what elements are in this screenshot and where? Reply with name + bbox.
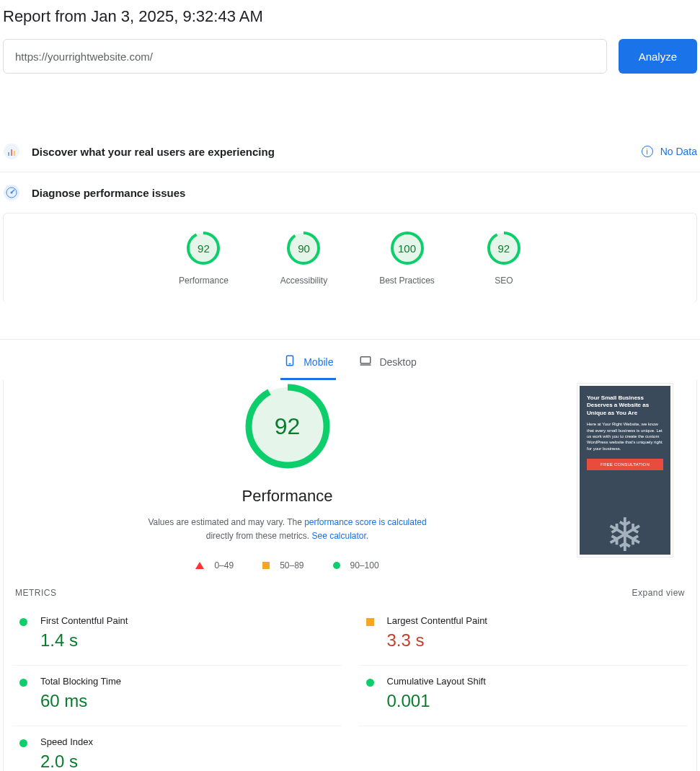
snowflake-icon: ❄	[606, 508, 644, 555]
metric-name: Cumulative Layout Shift	[387, 676, 486, 687]
tab-desktop-label: Desktop	[379, 356, 416, 368]
metrics-label: METRICS	[15, 588, 57, 598]
performance-desc: Values are estimated and may vary. The p…	[136, 516, 439, 543]
svg-rect-1	[8, 152, 9, 156]
gauge-seo[interactable]: 92 SEO	[487, 231, 521, 286]
device-tabs: Mobile Desktop	[0, 339, 700, 380]
svg-rect-2	[11, 149, 12, 156]
gauge-score: 92	[198, 242, 210, 255]
metric-largest-contentful-paint: Largest Contentful Paint 3.3 s	[359, 605, 688, 666]
square-icon	[262, 562, 270, 569]
calculator-link[interactable]: See calculator.	[311, 531, 368, 541]
gauge-accessibility[interactable]: 90 Accessibility	[280, 231, 327, 286]
svg-rect-18	[361, 357, 371, 364]
discover-icon	[3, 143, 20, 160]
status-dot	[19, 618, 27, 626]
info-icon: i	[642, 146, 653, 157]
tab-mobile-label: Mobile	[304, 356, 333, 368]
discover-section: Discover what your real users are experi…	[0, 131, 700, 172]
metric-value: 1.4 s	[40, 630, 128, 651]
gauge-score: 90	[298, 242, 310, 255]
diagnose-icon	[3, 184, 20, 201]
gauge-label: SEO	[495, 276, 513, 286]
gauge-label: Accessibility	[280, 276, 327, 286]
performance-score: 92	[275, 413, 301, 440]
status-dot	[366, 618, 374, 626]
metric-first-contentful-paint: First Contentful Paint 1.4 s	[12, 605, 342, 666]
lighthouse-summary: 92 Performance 90 Accessibility 100 Best…	[3, 213, 697, 303]
expand-view-link[interactable]: Expand view	[632, 588, 685, 598]
thumb-cta: FREE CONSULTATION	[587, 459, 663, 470]
metric-value: 0.001	[387, 691, 486, 711]
performance-detail: 92 Performance Values are estimated and …	[3, 380, 697, 771]
mobile-icon	[283, 354, 296, 369]
diagnose-title: Diagnose performance issues	[32, 187, 185, 199]
triangle-icon	[195, 562, 204, 569]
gauge-score: 100	[398, 242, 416, 255]
metric-total-blocking-time: Total Blocking Time 60 ms	[12, 666, 342, 726]
metric-name: First Contentful Paint	[40, 615, 128, 626]
analyze-button[interactable]: Analyze	[619, 39, 697, 74]
score-legend: 0–49 50–89 90–100	[195, 560, 378, 570]
no-data-label: No Data	[660, 146, 697, 157]
metric-value: 3.3 s	[387, 630, 487, 651]
score-calc-link[interactable]: performance score is calculated	[304, 517, 426, 527]
metric-speed-index: Speed Index 2.0 s	[12, 726, 342, 771]
circle-icon	[333, 562, 340, 569]
metric-cumulative-layout-shift: Cumulative Layout Shift 0.001	[359, 666, 688, 726]
metric-name: Largest Contentful Paint	[387, 615, 487, 626]
metric-name: Total Blocking Time	[40, 676, 121, 687]
report-title: Report from Jan 3, 2025, 9:32:43 AM	[3, 7, 697, 26]
gauge-performance[interactable]: 92 Performance	[179, 231, 229, 286]
status-dot	[19, 739, 27, 747]
status-dot	[366, 679, 374, 687]
desktop-icon	[359, 354, 372, 369]
metric-name: Speed Index	[40, 736, 93, 747]
no-data-link[interactable]: i No Data	[642, 146, 697, 157]
performance-gauge: 92	[244, 383, 331, 470]
performance-label: Performance	[242, 487, 333, 506]
discover-title: Discover what your real users are experi…	[32, 146, 275, 158]
diagnose-section: Diagnose performance issues	[0, 172, 700, 213]
url-input[interactable]	[3, 39, 607, 74]
status-dot	[19, 679, 27, 687]
tab-mobile[interactable]: Mobile	[280, 350, 336, 380]
gauge-label: Best Practices	[379, 276, 435, 286]
svg-point-7	[11, 192, 13, 194]
gauge-score: 92	[498, 242, 510, 255]
tab-desktop[interactable]: Desktop	[356, 350, 419, 380]
page-thumbnail: Your Small Business Deserves a Website a…	[577, 383, 673, 558]
svg-rect-3	[14, 151, 15, 156]
gauge-best-practices[interactable]: 100 Best Practices	[379, 231, 435, 286]
gauge-label: Performance	[179, 276, 229, 286]
metric-value: 2.0 s	[40, 752, 93, 771]
metric-value: 60 ms	[40, 691, 121, 711]
